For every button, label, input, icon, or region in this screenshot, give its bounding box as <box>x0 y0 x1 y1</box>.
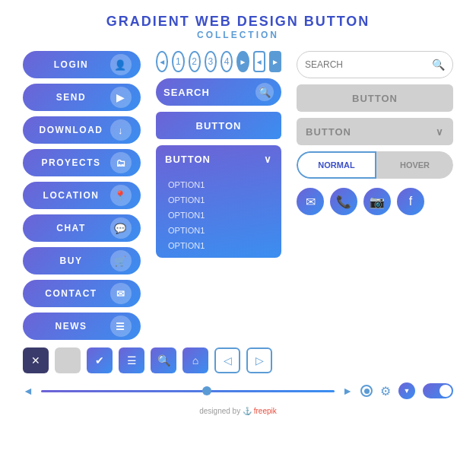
dropdown-list: OPTION1 OPTION1 OPTION1 OPTION1 OPTION1 <box>156 173 281 258</box>
extra-icons: ⚙ ▼ <box>360 382 453 399</box>
news-icon: ☰ <box>110 316 132 337</box>
gradient-button[interactable]: BUTTON <box>156 112 281 139</box>
check-icon-btn[interactable]: ✔ <box>87 347 113 373</box>
close-icon-btn[interactable]: ✕ <box>23 347 49 373</box>
page-title-section: GRADIENT WEB DESIGN BUTTON COLLECTION <box>0 0 476 40</box>
facebook-social-icon[interactable]: f <box>397 188 424 215</box>
location-icon: 📍 <box>110 185 132 206</box>
slider-right-arrow[interactable]: ► <box>342 385 353 397</box>
small-dropdown[interactable]: ▼ <box>398 382 415 399</box>
contact-button[interactable]: CONTACT ✉ <box>23 280 141 307</box>
login-button[interactable]: LOGIN 👤 <box>23 51 141 78</box>
empty-btn[interactable] <box>55 347 81 373</box>
hover-state[interactable]: HOVER <box>376 151 453 179</box>
pg-forward-arrow[interactable]: ► <box>269 51 281 72</box>
login-icon: 👤 <box>110 54 132 75</box>
chevron-down-icon: ∨ <box>264 154 272 165</box>
gear-icon[interactable]: ⚙ <box>380 384 391 398</box>
footer-brand: freepik <box>254 407 277 415</box>
dropdown-option-2[interactable]: OPTION1 <box>156 192 281 208</box>
icon-buttons-row: ✕ ✔ ☰ 🔍 ⌂ ◁ ▷ <box>23 347 453 373</box>
chat-button[interactable]: CHAT 💬 <box>23 214 141 242</box>
slider-left-arrow[interactable]: ◄ <box>23 385 33 397</box>
dropdown-option-3[interactable]: OPTION1 <box>156 208 281 223</box>
pg-num-2[interactable]: 2 <box>189 51 201 72</box>
search-input-container[interactable]: 🔍 <box>297 51 453 78</box>
mail-icon: ✉ <box>110 283 132 304</box>
gray-button[interactable]: BUTTON <box>297 84 453 112</box>
search-button-label: SEARCH <box>163 87 210 98</box>
download-button[interactable]: DOWNLOAD ↓ <box>23 116 141 144</box>
news-button[interactable]: NEWS ☰ <box>23 313 141 340</box>
send-button[interactable]: SEND ▶ <box>23 84 141 111</box>
slider-track[interactable] <box>41 390 335 392</box>
toggle-switch[interactable] <box>423 383 453 398</box>
pg-num-4[interactable]: 4 <box>221 51 233 72</box>
right-column: 🔍 BUTTON BUTTON ∨ NORMAL HOVER ✉ 📞 📷 f <box>297 51 453 340</box>
dropdown-header[interactable]: BUTTON ∨ <box>156 145 281 173</box>
search-input-icon: 🔍 <box>432 59 445 71</box>
dropdown-option-4[interactable]: OPTION1 <box>156 223 281 238</box>
pagination-row: ◄ 1 2 3 4 ► ◄ ► <box>156 51 281 72</box>
left-button-column: LOGIN 👤 SEND ▶ DOWNLOAD ↓ PROYECTS 🗂 LOC… <box>23 51 141 340</box>
pg-num-1[interactable]: 1 <box>172 51 184 72</box>
chat-icon: 💬 <box>110 217 132 239</box>
radio-button[interactable] <box>360 385 373 397</box>
projects-icon: 🗂 <box>110 152 132 173</box>
pg-back-arrow[interactable]: ◄ <box>253 51 265 72</box>
email-social-icon[interactable]: ✉ <box>297 188 324 215</box>
normal-hover-toggle: NORMAL HOVER <box>297 151 453 179</box>
nav-left-icon-btn[interactable]: ◁ <box>214 347 240 373</box>
projects-button[interactable]: PROYECTS 🗂 <box>23 149 141 176</box>
bottom-section: ✕ ✔ ☰ 🔍 ⌂ ◁ ▷ ◄ ► ⚙ ▼ <box>0 347 476 402</box>
search-icon: 🔍 <box>255 83 274 101</box>
send-icon: ▶ <box>110 87 132 108</box>
search-button[interactable]: SEARCH 🔍 <box>156 78 281 106</box>
normal-state[interactable]: NORMAL <box>297 151 376 179</box>
phone-social-icon[interactable]: 📞 <box>330 188 357 215</box>
footer: designed by ⚓ freepik <box>0 402 476 415</box>
instagram-social-icon[interactable]: 📷 <box>363 188 391 215</box>
slider-row: ◄ ► ⚙ ▼ <box>23 379 453 402</box>
home-icon-btn[interactable]: ⌂ <box>182 347 208 373</box>
search-icon-btn[interactable]: 🔍 <box>151 347 176 373</box>
footer-text: designed by <box>199 407 240 415</box>
chevron-down-icon-gray: ∨ <box>436 126 444 138</box>
nav-right-icon-btn[interactable]: ▷ <box>246 347 272 373</box>
social-icons-row: ✉ 📞 📷 f <box>297 188 453 215</box>
dropdown-option-1[interactable]: OPTION1 <box>156 177 281 192</box>
search-input[interactable] <box>305 59 432 70</box>
pg-num-3[interactable]: 3 <box>205 51 217 72</box>
middle-column: ◄ 1 2 3 4 ► ◄ ► SEARCH 🔍 BUTTON BUTTON ∨… <box>156 51 281 340</box>
main-title: GRADIENT WEB DESIGN BUTTON <box>0 14 476 30</box>
slider-thumb[interactable] <box>202 386 211 395</box>
sub-title: COLLECTION <box>0 30 476 40</box>
dropdown-circle-icon: ▼ <box>398 382 415 399</box>
dropdown-option-5[interactable]: OPTION1 <box>156 238 281 253</box>
dropdown[interactable]: BUTTON ∨ OPTION1 OPTION1 OPTION1 OPTION1… <box>156 145 281 258</box>
location-button[interactable]: LOCATION 📍 <box>23 182 141 209</box>
pg-prev-arrow[interactable]: ◄ <box>156 51 168 72</box>
cart-icon: 🛒 <box>110 250 132 271</box>
menu-icon-btn[interactable]: ☰ <box>119 347 144 373</box>
pg-next-arrow[interactable]: ► <box>236 51 249 72</box>
buy-button[interactable]: BUY 🛒 <box>23 247 141 274</box>
gray-dropdown[interactable]: BUTTON ∨ <box>297 118 453 145</box>
download-icon: ↓ <box>110 119 132 141</box>
